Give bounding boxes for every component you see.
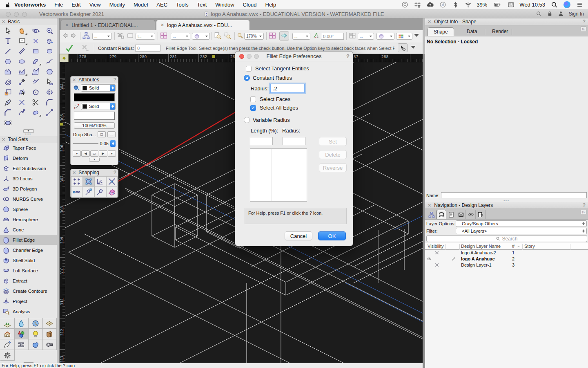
- plane-dropdown[interactable]: ...: [292, 33, 310, 40]
- menu-aec[interactable]: AEC: [156, 2, 167, 8]
- angle-input[interactable]: [321, 33, 344, 40]
- menu-model[interactable]: Model: [134, 2, 148, 8]
- category-settings[interactable]: [0, 350, 15, 361]
- toolset-3d-polygon[interactable]: 3D Polygon: [0, 184, 57, 194]
- tab-render[interactable]: Render: [486, 27, 514, 36]
- tool-chamfer[interactable]: [1, 108, 15, 118]
- cloud-upload-icon[interactable]: [427, 1, 434, 8]
- snap-to-object[interactable]: [83, 176, 95, 187]
- tool-offset[interactable]: [15, 108, 29, 118]
- tool-fillet[interactable]: [42, 97, 56, 108]
- smart-edge[interactable]: [94, 187, 106, 197]
- palette-drag-handle[interactable]: •••: [0, 133, 57, 135]
- panel-splitter[interactable]: •••: [425, 200, 588, 202]
- tool-arc[interactable]: [29, 56, 42, 67]
- radius-input[interactable]: [270, 84, 305, 93]
- fill-style-dropdown[interactable]: Solid: [81, 84, 116, 92]
- tool-spiral[interactable]: [1, 77, 15, 87]
- attr-forward-button[interactable]: ▶: [99, 150, 107, 157]
- toolset-analysis[interactable]: Analysis: [0, 306, 57, 316]
- delete-button[interactable]: Delete: [319, 150, 347, 159]
- close-palette-icon[interactable]: ✕: [2, 137, 5, 142]
- close-panel-icon[interactable]: ✕: [428, 19, 431, 25]
- line-weight-slider[interactable]: [73, 144, 98, 144]
- reverse-button[interactable]: Reverse: [319, 163, 347, 172]
- nav-tab-viewports[interactable]: [456, 210, 466, 219]
- menu-file[interactable]: File: [54, 2, 63, 8]
- lock-icon[interactable]: [547, 11, 553, 17]
- tool-options-chevron[interactable]: [411, 46, 416, 51]
- category-solid-modeling[interactable]: [29, 339, 43, 350]
- snap-to-distance[interactable]: [71, 187, 83, 197]
- toolset-fillet-edge[interactable]: Fillet Edge: [0, 235, 57, 245]
- set-button[interactable]: Set: [319, 137, 347, 146]
- wifi-icon[interactable]: [465, 1, 472, 8]
- category-3d-modeling[interactable]: [15, 329, 29, 339]
- titlebar-search-icon[interactable]: [536, 11, 542, 17]
- notification-center-icon[interactable]: [576, 1, 583, 8]
- fit-to-page-icon[interactable]: [214, 32, 221, 39]
- tool-trim[interactable]: [15, 97, 29, 108]
- constant-radius-input[interactable]: [135, 45, 160, 52]
- tool-select-similar[interactable]: [42, 77, 56, 87]
- tool-line[interactable]: [1, 46, 15, 56]
- toolbar-overflow-chevron[interactable]: [414, 34, 419, 39]
- menu-modify[interactable]: Modify: [109, 2, 125, 8]
- length-radius-list[interactable]: [250, 148, 307, 202]
- toolset-chamfer-edge[interactable]: Chamfer Edge: [0, 245, 57, 255]
- menu-help[interactable]: Help: [265, 2, 276, 8]
- render-mode-dropdown[interactable]: [376, 33, 394, 40]
- confirm-check-button[interactable]: [65, 44, 74, 52]
- spotlight-icon[interactable]: [551, 1, 558, 8]
- smart-points[interactable]: [83, 187, 95, 197]
- zoom-icon[interactable]: [237, 32, 243, 39]
- tool-pan[interactable]: [15, 26, 29, 36]
- tool-rotate[interactable]: [29, 87, 42, 97]
- tool-freehand[interactable]: [42, 56, 56, 67]
- battery-icon[interactable]: [493, 1, 502, 8]
- menu-view[interactable]: View: [89, 2, 101, 8]
- tab-untitled-1[interactable]: ✕Untitled 1 - EDUCATIONAL...: [60, 20, 155, 30]
- help-icon[interactable]: ?: [114, 77, 116, 83]
- menu-edit[interactable]: Edit: [71, 2, 80, 8]
- apple-menu-icon[interactable]: [5, 2, 11, 8]
- tool-double-line[interactable]: [15, 46, 29, 56]
- tool-polyline[interactable]: [15, 67, 29, 77]
- tool-clip[interactable]: [29, 97, 42, 108]
- toolset-sphere[interactable]: Sphere: [0, 204, 57, 214]
- ok-button[interactable]: OK: [318, 231, 346, 240]
- toolset-taper-face[interactable]: Taper Face: [0, 143, 57, 153]
- sign-in-button[interactable]: Sign In: [569, 11, 584, 17]
- attr-prev-set-button[interactable]: ▾: [73, 150, 81, 157]
- creative-cloud-icon[interactable]: [401, 1, 408, 8]
- variable-radius-input[interactable]: [283, 137, 305, 145]
- dialog-help-icon[interactable]: ?: [346, 52, 350, 61]
- tool-double-polygon[interactable]: [29, 67, 42, 77]
- pen-style-stepper[interactable]: [110, 103, 115, 110]
- category-detailing[interactable]: [43, 339, 57, 350]
- name-input[interactable]: [441, 192, 587, 198]
- menu-tools[interactable]: Tools: [176, 2, 188, 8]
- fit-to-selection-icon[interactable]: [224, 32, 231, 39]
- tab-shape[interactable]: Shape: [428, 27, 454, 36]
- pen-color-swatch[interactable]: [74, 112, 115, 120]
- color-scheme-dropdown[interactable]: [396, 33, 412, 40]
- menu-clock[interactable]: Wed 10:53: [519, 2, 545, 8]
- layer-row-active[interactable]: logo A Anahuac 2: [425, 256, 588, 262]
- layer-visible-icon[interactable]: [427, 256, 432, 261]
- tool-scale[interactable]: [1, 87, 15, 97]
- fill-color-swatch[interactable]: [74, 93, 115, 101]
- category-interiors[interactable]: [43, 329, 57, 339]
- dialog-close-button[interactable]: [239, 54, 244, 59]
- constant-radius-radio[interactable]: [244, 75, 250, 81]
- panel-collapse-arrow[interactable]: ▷: [581, 27, 586, 31]
- length-percent-input[interactable]: [250, 137, 273, 145]
- toolset-hemisphere[interactable]: Hemisphere: [0, 214, 57, 224]
- layer-row[interactable]: logo A Anahuac-2 1: [425, 250, 588, 256]
- siri-icon[interactable]: [564, 1, 570, 8]
- col-story[interactable]: Story: [524, 244, 535, 249]
- drop-shadow-options-button[interactable]: …: [107, 131, 116, 137]
- menu-text[interactable]: Text: [197, 2, 207, 8]
- layer-options-select[interactable]: Gray/Snap Others: [456, 220, 587, 227]
- tool-mirror[interactable]: [42, 87, 56, 97]
